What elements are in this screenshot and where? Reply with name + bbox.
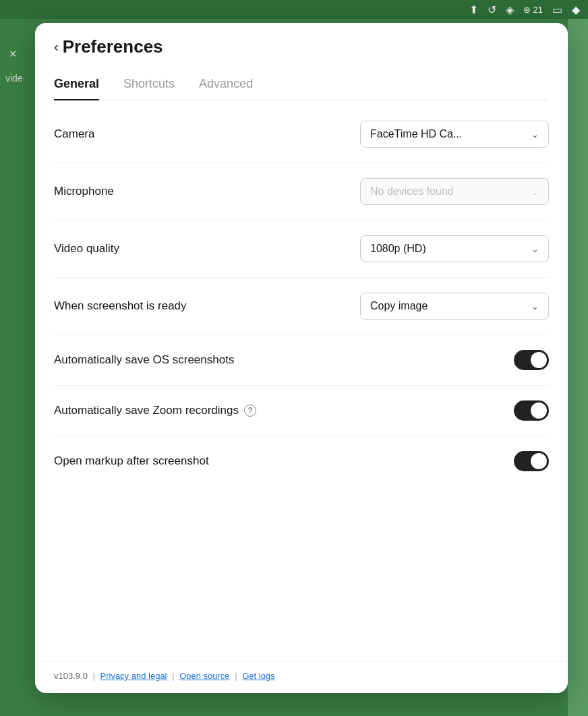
camera-label: Camera	[54, 127, 94, 141]
setting-row-microphone: Microphone No devices found ⌄	[54, 163, 549, 220]
microphone-label: Microphone	[54, 185, 114, 198]
setting-row-video-quality: Video quality 1080p (HD) ⌄	[54, 220, 549, 278]
setting-row-auto-save-zoom: Automatically save Zoom recordings ?	[54, 386, 549, 436]
open-markup-knob	[531, 453, 547, 469]
display-icon: ▭	[552, 3, 562, 16]
open-source-link[interactable]: Open source	[179, 671, 229, 681]
modal-body: Camera FaceTime HD Ca... ⌄ Microphone No…	[35, 100, 568, 661]
camera-value: FaceTime HD Ca...	[370, 128, 462, 140]
video-quality-chevron-icon: ⌄	[531, 244, 539, 254]
version-text: v103.9.0	[54, 671, 88, 681]
screenshot-action-label: When screenshot is ready	[54, 299, 187, 313]
menu-icon: ◆	[572, 3, 580, 16]
modal-header: ‹ Preferences General Shortcuts Advanced	[35, 23, 568, 100]
screenshot-action-value: Copy image	[370, 300, 428, 312]
screenshot-action-chevron-icon: ⌄	[531, 301, 539, 311]
auto-save-os-knob	[531, 352, 547, 368]
sync-icon: ↺	[488, 3, 496, 16]
get-logs-link[interactable]: Get logs	[242, 671, 274, 681]
upload-icon: ⬆	[469, 3, 478, 16]
camera-dropdown[interactable]: FaceTime HD Ca... ⌄	[360, 121, 549, 148]
open-markup-label: Open markup after screenshot	[54, 454, 209, 468]
auto-save-os-label: Automatically save OS screenshots	[54, 353, 234, 367]
camera-chevron-icon: ⌄	[531, 129, 539, 140]
tab-advanced[interactable]: Advanced	[199, 69, 253, 100]
help-icon[interactable]: ?	[244, 405, 256, 417]
top-bar: ⬆ ↺ ◈ ⊕ 21 ▭ ◆	[0, 0, 588, 19]
tabs-container: General Shortcuts Advanced	[54, 68, 549, 100]
setting-row-camera: Camera FaceTime HD Ca... ⌄	[54, 106, 549, 163]
microphone-chevron-icon: ⌄	[531, 187, 539, 197]
setting-row-auto-save-os: Automatically save OS screenshots	[54, 335, 549, 386]
bg-right	[568, 19, 588, 716]
video-quality-value: 1080p (HD)	[370, 243, 426, 255]
open-markup-toggle[interactable]	[514, 451, 549, 471]
auto-save-os-toggle[interactable]	[514, 350, 549, 370]
modal-footer: v103.9.0 | Privacy and legal | Open sour…	[35, 661, 568, 693]
bg-left: vide	[0, 19, 35, 716]
footer-sep-2: |	[172, 671, 177, 681]
preferences-modal: ‹ Preferences General Shortcuts Advanced…	[35, 23, 568, 693]
screenshot-action-dropdown[interactable]: Copy image ⌄	[360, 293, 549, 320]
back-row: ‹ Preferences	[54, 36, 549, 57]
footer-sep-1: |	[93, 671, 98, 681]
footer-sep-3: |	[235, 671, 239, 681]
auto-save-zoom-label: Automatically save Zoom recordings ?	[54, 404, 256, 417]
bg-left-text: vide	[5, 73, 23, 84]
modal-title: Preferences	[63, 36, 163, 57]
setting-row-screenshot-action: When screenshot is ready Copy image ⌄	[54, 278, 549, 335]
microphone-value: No devices found	[370, 185, 454, 198]
tab-general[interactable]: General	[54, 69, 99, 100]
setting-row-open-markup: Open markup after screenshot	[54, 436, 549, 486]
microphone-dropdown[interactable]: No devices found ⌄	[360, 178, 549, 205]
notification-badge: ⊕ 21	[523, 5, 543, 15]
auto-save-zoom-toggle[interactable]	[514, 400, 549, 421]
video-quality-label: Video quality	[54, 242, 119, 256]
privacy-link[interactable]: Privacy and legal	[100, 671, 167, 681]
tab-shortcuts[interactable]: Shortcuts	[123, 69, 175, 100]
dropbox-icon: ◈	[506, 3, 514, 16]
auto-save-zoom-knob	[531, 402, 547, 419]
back-button[interactable]: ‹	[54, 39, 59, 55]
close-button[interactable]: ×	[9, 47, 17, 61]
video-quality-dropdown[interactable]: 1080p (HD) ⌄	[360, 235, 549, 262]
